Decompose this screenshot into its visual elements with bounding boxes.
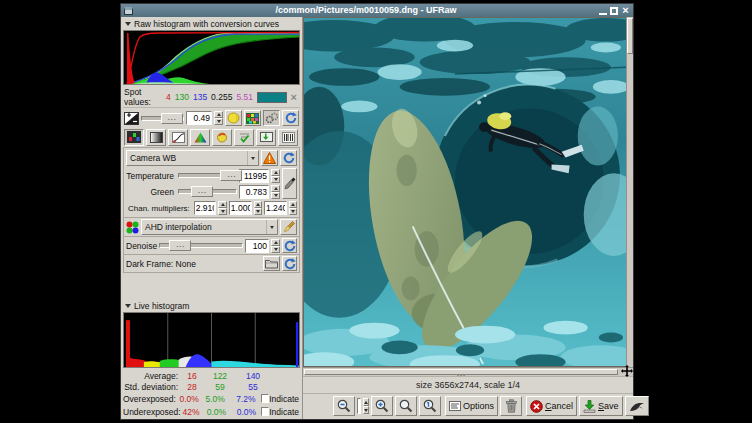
dark-frame-row: Dark Frame: None [123, 255, 300, 273]
scroll-corner-row [303, 367, 633, 376]
restore-details-button[interactable] [244, 110, 261, 126]
overexposed-indicate-label[interactable]: Indicate [269, 394, 300, 404]
denoise-input[interactable] [246, 241, 268, 251]
zoom-in-button[interactable] [371, 396, 393, 416]
temperature-stepper[interactable] [271, 169, 280, 183]
std-blue: 55 [237, 382, 269, 392]
grayscale-icon [150, 132, 163, 143]
tab-corrections[interactable] [212, 129, 232, 146]
chan-green-stepper[interactable] [254, 201, 262, 215]
live-histogram-bars [124, 313, 299, 367]
std-green: 59 [203, 382, 237, 392]
zoom-in-icon [375, 399, 389, 413]
clip-highlights-button[interactable] [225, 110, 242, 126]
image-size-status: size 3656x2744, scale 1/4 [416, 380, 520, 390]
auto-exposure-button[interactable] [263, 110, 280, 126]
chan-blue-stepper[interactable] [289, 201, 297, 215]
pan-corner[interactable] [620, 368, 633, 376]
reset-exposure-button[interactable] [282, 110, 299, 126]
green-input[interactable] [240, 187, 268, 197]
tab-save-output[interactable] [256, 129, 276, 146]
exposure-stepper[interactable] [214, 111, 223, 125]
zoom-entry[interactable] [357, 398, 361, 414]
warning-icon [263, 152, 276, 164]
tab-base-curve[interactable] [168, 129, 188, 146]
options-button[interactable]: Options [445, 396, 498, 416]
exposure-input[interactable] [187, 113, 211, 123]
reset-dark-frame-button[interactable] [282, 256, 297, 271]
chan-blue-input[interactable] [265, 203, 286, 213]
live-histogram-title: Live histogram [134, 301, 189, 311]
underexposed-indicate-checkbox[interactable] [261, 407, 269, 416]
save-label: Save [598, 401, 619, 411]
temperature-entry[interactable] [239, 169, 269, 183]
denoise-stepper[interactable] [271, 239, 280, 253]
raw-histogram-expander[interactable]: Raw histogram with conversion curves [123, 19, 300, 29]
pan-move-icon [621, 365, 633, 377]
temperature-slider[interactable] [178, 170, 237, 181]
save-icon [583, 400, 596, 413]
vertical-scrollbar[interactable] [626, 17, 633, 367]
chan-green-entry[interactable] [229, 201, 252, 215]
wb-preset-value: Camera WB [130, 153, 176, 163]
live-histogram-expander[interactable]: Live histogram [123, 301, 300, 311]
chan-green-input[interactable] [230, 203, 251, 213]
chan-blue-entry[interactable] [264, 201, 287, 215]
spot-wb-button[interactable] [282, 168, 297, 199]
folder-icon [265, 258, 278, 269]
delete-button[interactable] [500, 396, 522, 416]
reset-denoise-button[interactable] [282, 238, 297, 253]
temperature-input[interactable] [240, 171, 268, 181]
tab-grayscale[interactable] [146, 129, 166, 146]
vertical-scrollbar-thumb[interactable] [627, 18, 633, 54]
zoom-100-button[interactable] [419, 396, 441, 416]
chan-red-stepper[interactable] [218, 201, 226, 215]
send-to-gimp-button[interactable] [625, 396, 649, 416]
live-histogram-canvas[interactable] [123, 312, 300, 368]
green-entry[interactable] [239, 185, 269, 199]
title-bar[interactable]: /common/Pictures/m0010059.dng - UFRaw × [121, 4, 633, 17]
exposure-slider[interactable] [141, 113, 184, 124]
load-dark-frame-button[interactable] [263, 256, 280, 271]
underexposed-label: Underexposed: [123, 407, 181, 417]
exif-binary-icon [282, 132, 295, 143]
average-blue: 140 [237, 371, 269, 381]
interpolation-dropdown[interactable]: AHD interpolation [141, 219, 278, 235]
window-menu-icon[interactable] [124, 7, 133, 15]
tab-lens-correction[interactable] [234, 129, 254, 146]
wb-warning-button[interactable] [261, 150, 278, 166]
horizontal-scrollbar[interactable] [303, 368, 620, 376]
denoise-entry[interactable] [245, 239, 269, 253]
chan-red-input[interactable] [195, 203, 216, 213]
close-icon[interactable]: × [621, 6, 630, 15]
save-button[interactable]: Save [579, 396, 623, 416]
tab-exif[interactable] [278, 129, 298, 146]
underexposed-blue: 0.0% [232, 407, 261, 417]
reset-wb-button[interactable] [280, 150, 297, 166]
exposure-entry[interactable] [186, 111, 212, 125]
zoom-stepper[interactable] [363, 398, 369, 414]
green-slider[interactable] [178, 186, 237, 197]
denoise-slider[interactable] [159, 240, 243, 251]
minimize-icon[interactable] [599, 7, 607, 15]
spot-luminosity-value: 0.255 [211, 92, 232, 102]
overexposed-indicate-checkbox[interactable] [261, 394, 270, 403]
chan-red-entry[interactable] [194, 201, 217, 215]
dropdown-arrow-icon [251, 157, 255, 160]
zoom-fit-button[interactable] [395, 396, 417, 416]
zoom-out-button[interactable] [333, 396, 355, 416]
gimp-bird-icon [629, 401, 645, 412]
raw-histogram-canvas[interactable] [123, 30, 300, 85]
image-preview[interactable] [303, 17, 626, 367]
spot-close-icon[interactable]: × [291, 92, 299, 103]
wb-preset-dropdown[interactable]: Camera WB [126, 150, 259, 166]
underexposed-indicate-label[interactable]: Indicate [269, 407, 300, 417]
tab-white-balance[interactable] [124, 129, 144, 146]
horizontal-scrollbar-thumb[interactable] [304, 369, 618, 375]
green-stepper[interactable] [271, 185, 280, 199]
apply-smoothing-button[interactable] [280, 219, 297, 235]
zoom-input[interactable] [358, 401, 360, 411]
cancel-button[interactable]: Cancel [526, 396, 577, 416]
maximize-icon[interactable] [610, 7, 618, 15]
tab-color-management[interactable] [190, 129, 210, 146]
